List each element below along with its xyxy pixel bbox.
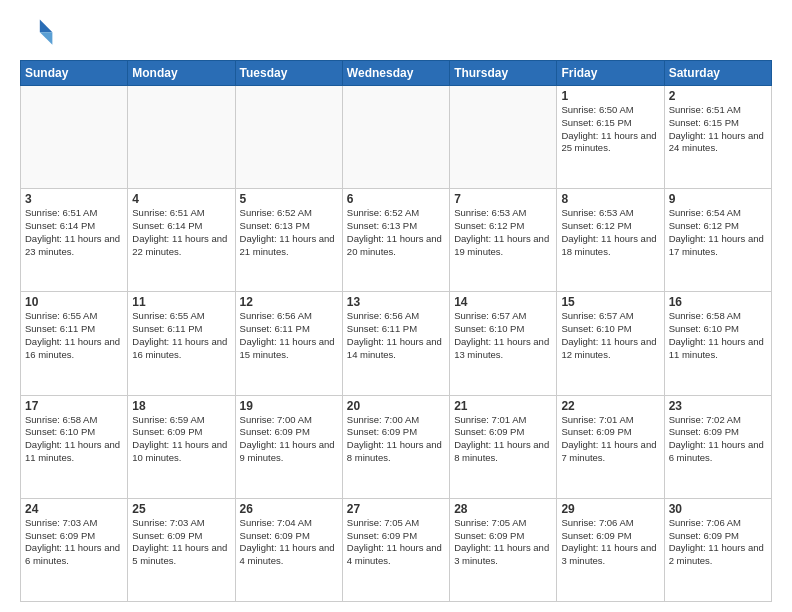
day-detail: Sunrise: 7:03 AM Sunset: 6:09 PM Dayligh… <box>132 517 230 568</box>
calendar-cell: 3Sunrise: 6:51 AM Sunset: 6:14 PM Daylig… <box>21 189 128 292</box>
day-number: 26 <box>240 502 338 516</box>
day-detail: Sunrise: 6:58 AM Sunset: 6:10 PM Dayligh… <box>669 310 767 361</box>
day-detail: Sunrise: 7:01 AM Sunset: 6:09 PM Dayligh… <box>454 414 552 465</box>
calendar-cell: 16Sunrise: 6:58 AM Sunset: 6:10 PM Dayli… <box>664 292 771 395</box>
day-detail: Sunrise: 7:06 AM Sunset: 6:09 PM Dayligh… <box>561 517 659 568</box>
calendar-cell: 21Sunrise: 7:01 AM Sunset: 6:09 PM Dayli… <box>450 395 557 498</box>
calendar-header-row: SundayMondayTuesdayWednesdayThursdayFrid… <box>21 61 772 86</box>
calendar-cell: 15Sunrise: 6:57 AM Sunset: 6:10 PM Dayli… <box>557 292 664 395</box>
day-number: 5 <box>240 192 338 206</box>
day-number: 23 <box>669 399 767 413</box>
calendar-cell: 22Sunrise: 7:01 AM Sunset: 6:09 PM Dayli… <box>557 395 664 498</box>
calendar-cell: 17Sunrise: 6:58 AM Sunset: 6:10 PM Dayli… <box>21 395 128 498</box>
day-detail: Sunrise: 6:54 AM Sunset: 6:12 PM Dayligh… <box>669 207 767 258</box>
day-number: 20 <box>347 399 445 413</box>
week-row-4: 17Sunrise: 6:58 AM Sunset: 6:10 PM Dayli… <box>21 395 772 498</box>
day-number: 29 <box>561 502 659 516</box>
day-detail: Sunrise: 6:53 AM Sunset: 6:12 PM Dayligh… <box>454 207 552 258</box>
day-number: 25 <box>132 502 230 516</box>
day-detail: Sunrise: 6:51 AM Sunset: 6:14 PM Dayligh… <box>25 207 123 258</box>
day-detail: Sunrise: 6:56 AM Sunset: 6:11 PM Dayligh… <box>240 310 338 361</box>
calendar-cell: 20Sunrise: 7:00 AM Sunset: 6:09 PM Dayli… <box>342 395 449 498</box>
calendar-cell: 11Sunrise: 6:55 AM Sunset: 6:11 PM Dayli… <box>128 292 235 395</box>
day-number: 18 <box>132 399 230 413</box>
day-number: 3 <box>25 192 123 206</box>
day-number: 7 <box>454 192 552 206</box>
day-detail: Sunrise: 7:00 AM Sunset: 6:09 PM Dayligh… <box>240 414 338 465</box>
day-detail: Sunrise: 6:59 AM Sunset: 6:09 PM Dayligh… <box>132 414 230 465</box>
week-row-2: 3Sunrise: 6:51 AM Sunset: 6:14 PM Daylig… <box>21 189 772 292</box>
day-detail: Sunrise: 6:55 AM Sunset: 6:11 PM Dayligh… <box>132 310 230 361</box>
day-detail: Sunrise: 6:52 AM Sunset: 6:13 PM Dayligh… <box>347 207 445 258</box>
col-header-monday: Monday <box>128 61 235 86</box>
calendar-cell: 7Sunrise: 6:53 AM Sunset: 6:12 PM Daylig… <box>450 189 557 292</box>
day-detail: Sunrise: 6:53 AM Sunset: 6:12 PM Dayligh… <box>561 207 659 258</box>
day-number: 4 <box>132 192 230 206</box>
day-detail: Sunrise: 7:05 AM Sunset: 6:09 PM Dayligh… <box>454 517 552 568</box>
col-header-sunday: Sunday <box>21 61 128 86</box>
calendar-cell: 24Sunrise: 7:03 AM Sunset: 6:09 PM Dayli… <box>21 498 128 601</box>
svg-marker-1 <box>40 32 53 45</box>
col-header-tuesday: Tuesday <box>235 61 342 86</box>
day-detail: Sunrise: 6:57 AM Sunset: 6:10 PM Dayligh… <box>454 310 552 361</box>
day-detail: Sunrise: 6:57 AM Sunset: 6:10 PM Dayligh… <box>561 310 659 361</box>
day-detail: Sunrise: 7:00 AM Sunset: 6:09 PM Dayligh… <box>347 414 445 465</box>
calendar-cell: 2Sunrise: 6:51 AM Sunset: 6:15 PM Daylig… <box>664 86 771 189</box>
day-number: 14 <box>454 295 552 309</box>
calendar-cell: 5Sunrise: 6:52 AM Sunset: 6:13 PM Daylig… <box>235 189 342 292</box>
header <box>20 16 772 52</box>
day-detail: Sunrise: 7:06 AM Sunset: 6:09 PM Dayligh… <box>669 517 767 568</box>
week-row-1: 1Sunrise: 6:50 AM Sunset: 6:15 PM Daylig… <box>21 86 772 189</box>
calendar-cell: 13Sunrise: 6:56 AM Sunset: 6:11 PM Dayli… <box>342 292 449 395</box>
calendar-cell: 26Sunrise: 7:04 AM Sunset: 6:09 PM Dayli… <box>235 498 342 601</box>
day-number: 16 <box>669 295 767 309</box>
calendar-cell: 14Sunrise: 6:57 AM Sunset: 6:10 PM Dayli… <box>450 292 557 395</box>
day-detail: Sunrise: 7:01 AM Sunset: 6:09 PM Dayligh… <box>561 414 659 465</box>
day-number: 24 <box>25 502 123 516</box>
day-detail: Sunrise: 7:04 AM Sunset: 6:09 PM Dayligh… <box>240 517 338 568</box>
week-row-5: 24Sunrise: 7:03 AM Sunset: 6:09 PM Dayli… <box>21 498 772 601</box>
calendar-cell <box>342 86 449 189</box>
calendar-cell: 8Sunrise: 6:53 AM Sunset: 6:12 PM Daylig… <box>557 189 664 292</box>
day-number: 12 <box>240 295 338 309</box>
calendar-cell: 30Sunrise: 7:06 AM Sunset: 6:09 PM Dayli… <box>664 498 771 601</box>
col-header-wednesday: Wednesday <box>342 61 449 86</box>
week-row-3: 10Sunrise: 6:55 AM Sunset: 6:11 PM Dayli… <box>21 292 772 395</box>
calendar-cell <box>128 86 235 189</box>
col-header-thursday: Thursday <box>450 61 557 86</box>
day-number: 22 <box>561 399 659 413</box>
day-detail: Sunrise: 7:05 AM Sunset: 6:09 PM Dayligh… <box>347 517 445 568</box>
day-number: 15 <box>561 295 659 309</box>
calendar-cell: 18Sunrise: 6:59 AM Sunset: 6:09 PM Dayli… <box>128 395 235 498</box>
calendar-body: 1Sunrise: 6:50 AM Sunset: 6:15 PM Daylig… <box>21 86 772 602</box>
calendar-cell <box>235 86 342 189</box>
day-number: 9 <box>669 192 767 206</box>
day-number: 13 <box>347 295 445 309</box>
day-number: 1 <box>561 89 659 103</box>
day-number: 11 <box>132 295 230 309</box>
day-detail: Sunrise: 7:02 AM Sunset: 6:09 PM Dayligh… <box>669 414 767 465</box>
calendar-cell: 9Sunrise: 6:54 AM Sunset: 6:12 PM Daylig… <box>664 189 771 292</box>
svg-marker-0 <box>40 20 53 33</box>
day-detail: Sunrise: 6:50 AM Sunset: 6:15 PM Dayligh… <box>561 104 659 155</box>
calendar-cell <box>21 86 128 189</box>
day-number: 8 <box>561 192 659 206</box>
day-number: 19 <box>240 399 338 413</box>
day-detail: Sunrise: 7:03 AM Sunset: 6:09 PM Dayligh… <box>25 517 123 568</box>
calendar-cell: 1Sunrise: 6:50 AM Sunset: 6:15 PM Daylig… <box>557 86 664 189</box>
calendar-cell: 25Sunrise: 7:03 AM Sunset: 6:09 PM Dayli… <box>128 498 235 601</box>
day-number: 30 <box>669 502 767 516</box>
day-detail: Sunrise: 6:51 AM Sunset: 6:15 PM Dayligh… <box>669 104 767 155</box>
day-detail: Sunrise: 6:55 AM Sunset: 6:11 PM Dayligh… <box>25 310 123 361</box>
logo <box>20 16 60 52</box>
day-detail: Sunrise: 6:56 AM Sunset: 6:11 PM Dayligh… <box>347 310 445 361</box>
calendar-cell: 28Sunrise: 7:05 AM Sunset: 6:09 PM Dayli… <box>450 498 557 601</box>
calendar-cell: 19Sunrise: 7:00 AM Sunset: 6:09 PM Dayli… <box>235 395 342 498</box>
calendar-cell: 29Sunrise: 7:06 AM Sunset: 6:09 PM Dayli… <box>557 498 664 601</box>
day-number: 21 <box>454 399 552 413</box>
day-number: 2 <box>669 89 767 103</box>
day-number: 17 <box>25 399 123 413</box>
calendar-cell <box>450 86 557 189</box>
day-number: 27 <box>347 502 445 516</box>
calendar-cell: 12Sunrise: 6:56 AM Sunset: 6:11 PM Dayli… <box>235 292 342 395</box>
